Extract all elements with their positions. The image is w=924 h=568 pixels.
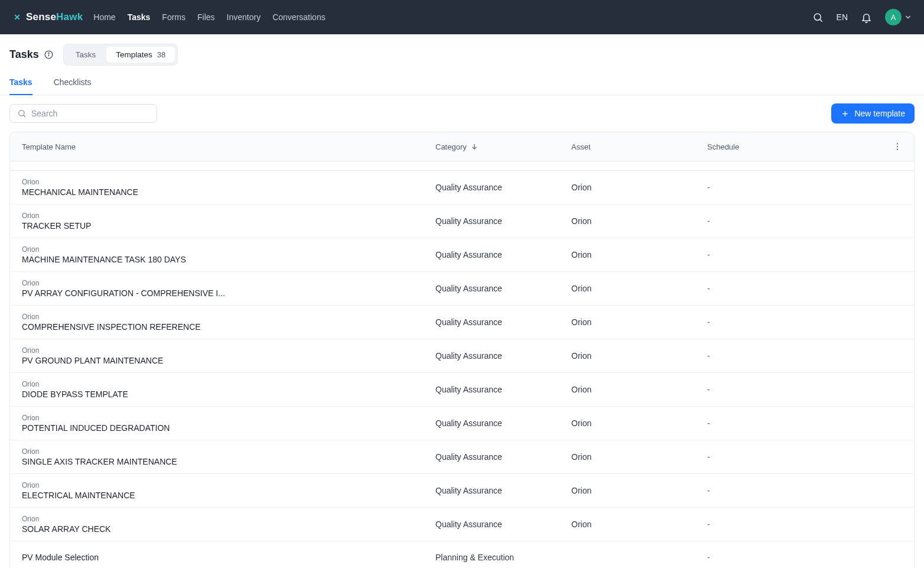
table-row[interactable]: OrionPV ARRAY CONFIGURATION - COMPREHENS… — [10, 272, 914, 306]
new-template-button[interactable]: New template — [831, 103, 915, 124]
cell-template-name: OrionTRACKER SETUP — [22, 212, 435, 231]
plus-icon — [841, 109, 850, 118]
table-row[interactable]: OrionPOTENTIAL INDUCED DEGRADATIONQualit… — [10, 407, 914, 440]
search-icon-small — [17, 109, 27, 118]
cell-template-title: ELECTRICAL MAINTENANCE — [22, 491, 353, 500]
cell-category: Quality Assurance — [435, 317, 571, 327]
nav-forms[interactable]: Forms — [162, 12, 186, 22]
cell-group-label: Orion — [22, 178, 435, 186]
collapsed-group-bar[interactable] — [10, 161, 914, 171]
top-header: SenseHawk Home Tasks Forms Files Invento… — [0, 0, 924, 34]
subtabs: Tasks Checklists — [0, 73, 924, 95]
table-row[interactable]: OrionPV GROUND PLANT MAINTENANCEQuality … — [10, 339, 914, 373]
svg-point-12 — [897, 149, 898, 150]
page-title-text: Tasks — [9, 48, 39, 61]
cell-schedule: - — [707, 452, 849, 462]
cell-template-name: PV Module Selection — [22, 553, 435, 562]
user-menu[interactable]: A — [885, 9, 912, 25]
cell-asset: Orion — [571, 284, 707, 293]
th-schedule[interactable]: Schedule — [707, 142, 849, 151]
header-right: EN A — [812, 9, 912, 25]
table-wrap: Template Name Category Asset Schedule Or… — [0, 132, 924, 568]
cell-schedule: - — [707, 216, 849, 226]
svg-point-5 — [19, 111, 24, 116]
cell-template-name: OrionDIODE BYPASS TEMPLATE — [22, 380, 435, 399]
th-category[interactable]: Category — [435, 142, 571, 151]
cell-group-label: Orion — [22, 245, 435, 254]
th-asset[interactable]: Asset — [571, 142, 707, 151]
cell-group-label: Orion — [22, 212, 435, 220]
nav-conversations[interactable]: Conversations — [272, 12, 326, 22]
table-row[interactable]: OrionMECHANICAL MAINTENANCEQuality Assur… — [10, 171, 914, 205]
cell-category: Quality Assurance — [435, 486, 571, 495]
nav-files[interactable]: Files — [197, 12, 215, 22]
cell-template-title: MECHANICAL MAINTENANCE — [22, 187, 353, 197]
logo-text-sense: Sense — [26, 11, 56, 23]
th-asset-label: Asset — [571, 142, 591, 151]
cell-group-label: Orion — [22, 481, 435, 489]
cell-schedule: - — [707, 418, 849, 428]
cell-template-name: OrionSOLAR ARRAY CHECK — [22, 515, 435, 534]
logo[interactable]: SenseHawk — [12, 11, 83, 23]
th-name[interactable]: Template Name — [22, 142, 435, 151]
view-segment: Tasks Templates 38 — [63, 44, 178, 66]
svg-point-10 — [897, 143, 898, 144]
table-body: OrionMECHANICAL MAINTENANCEQuality Assur… — [10, 171, 914, 568]
logo-text-hawk: Hawk — [56, 11, 83, 23]
svg-line-6 — [24, 115, 25, 117]
cell-template-name: OrionMECHANICAL MAINTENANCE — [22, 178, 435, 197]
table-row[interactable]: OrionSINGLE AXIS TRACKER MAINTENANCEQual… — [10, 440, 914, 474]
info-icon[interactable] — [44, 50, 54, 60]
table-row[interactable]: OrionELECTRICAL MAINTENANCEQuality Assur… — [10, 474, 914, 508]
cell-template-title: SINGLE AXIS TRACKER MAINTENANCE — [22, 457, 353, 466]
segment-tasks[interactable]: Tasks — [66, 47, 106, 63]
cell-group-label: Orion — [22, 414, 435, 422]
table-row[interactable]: OrionSOLAR ARRAY CHECKQuality AssuranceO… — [10, 508, 914, 541]
cell-asset: Orion — [571, 317, 707, 327]
th-category-label: Category — [435, 142, 467, 151]
cell-asset: Orion — [571, 385, 707, 394]
nav-inventory[interactable]: Inventory — [227, 12, 261, 22]
table-row[interactable]: OrionMACHINE MAINTENANCE TASK 180 DAYSQu… — [10, 238, 914, 272]
page-title: Tasks — [9, 48, 54, 61]
logo-icon — [12, 12, 22, 22]
cell-category: Quality Assurance — [435, 452, 571, 462]
bell-icon[interactable] — [861, 12, 872, 23]
cell-asset: Orion — [571, 250, 707, 259]
cell-schedule: - — [707, 317, 849, 327]
nav-tasks[interactable]: Tasks — [128, 12, 151, 22]
th-actions[interactable] — [849, 142, 902, 151]
table-row[interactable]: OrionTRACKER SETUPQuality AssuranceOrion… — [10, 205, 914, 238]
svg-point-11 — [897, 146, 898, 147]
cell-template-title: MACHINE MAINTENANCE TASK 180 DAYS — [22, 255, 353, 264]
avatar-initial: A — [891, 13, 896, 22]
search-box[interactable] — [9, 104, 157, 123]
subtab-tasks[interactable]: Tasks — [9, 73, 32, 95]
cell-group-label: Orion — [22, 346, 435, 355]
cell-template-title: PV Module Selection — [22, 553, 353, 562]
segment-templates[interactable]: Templates 38 — [106, 47, 175, 63]
cell-schedule: - — [707, 486, 849, 495]
cell-schedule: - — [707, 385, 849, 394]
search-icon[interactable] — [812, 12, 824, 23]
cell-template-name: OrionMACHINE MAINTENANCE TASK 180 DAYS — [22, 245, 435, 264]
language-selector[interactable]: EN — [837, 12, 848, 22]
cell-template-title: SOLAR ARRAY CHECK — [22, 524, 353, 534]
cell-group-label: Orion — [22, 515, 435, 523]
cell-category: Quality Assurance — [435, 284, 571, 293]
cell-group-label: Orion — [22, 279, 435, 287]
cell-template-title: PV GROUND PLANT MAINTENANCE — [22, 356, 353, 365]
cell-template-title: DIODE BYPASS TEMPLATE — [22, 390, 353, 399]
cell-schedule: - — [707, 520, 849, 529]
nav-home[interactable]: Home — [93, 12, 115, 22]
new-template-label: New template — [854, 109, 905, 118]
cell-template-name: OrionPV GROUND PLANT MAINTENANCE — [22, 346, 435, 365]
sort-desc-icon — [470, 142, 479, 151]
search-input[interactable] — [31, 109, 149, 118]
table-row[interactable]: PV Module SelectionPlanning & Execution- — [10, 541, 914, 568]
cell-asset: Orion — [571, 486, 707, 495]
subtab-checklists[interactable]: Checklists — [54, 73, 92, 95]
main-nav: Home Tasks Forms Files Inventory Convers… — [93, 12, 325, 22]
table-row[interactable]: OrionCOMPREHENSIVE INSPECTION REFERENCEQ… — [10, 306, 914, 339]
table-row[interactable]: OrionDIODE BYPASS TEMPLATEQuality Assura… — [10, 373, 914, 407]
